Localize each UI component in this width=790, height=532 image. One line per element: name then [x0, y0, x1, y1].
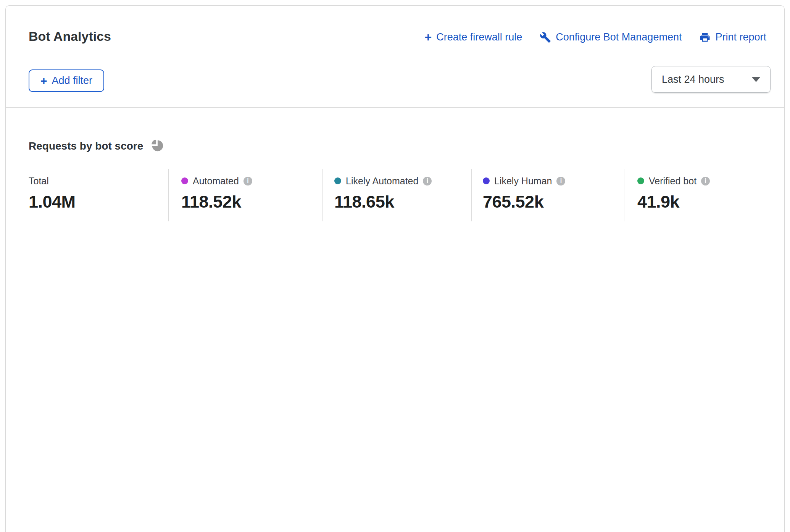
section-title-row: Requests by bot score	[29, 138, 164, 154]
header-divider	[6, 107, 784, 108]
add-filter-label: Add filter	[52, 75, 92, 87]
info-icon[interactable]: i	[243, 177, 252, 185]
stat-divider	[624, 169, 624, 221]
time-range-select[interactable]: Last 24 hours	[651, 66, 771, 93]
stat-total: Total 1.04M	[29, 175, 76, 212]
section-title: Requests by bot score	[29, 140, 143, 152]
stat-verified-bot-label: Verified bot	[649, 176, 696, 187]
print-report-link[interactable]: Print report	[699, 31, 766, 43]
stat-likely-automated-label: Likely Automated	[346, 176, 418, 187]
stat-likely-automated-value: 118.65k	[334, 192, 432, 212]
create-firewall-rule-label: Create firewall rule	[436, 31, 522, 43]
plus-icon: +	[424, 32, 432, 42]
info-icon[interactable]: i	[701, 177, 710, 185]
info-icon[interactable]: i	[556, 177, 565, 185]
likely-automated-legend-dot	[334, 177, 341, 184]
stat-divider	[471, 169, 472, 221]
stat-total-value: 1.04M	[29, 192, 76, 212]
print-report-label: Print report	[715, 31, 766, 43]
create-firewall-rule-link[interactable]: + Create firewall rule	[424, 31, 522, 43]
page-title: Bot Analytics	[29, 29, 111, 44]
stat-verified-bot: Verified bot i 41.9k	[637, 175, 710, 212]
automated-legend-dot	[181, 177, 188, 184]
stat-total-label: Total	[29, 176, 49, 187]
likely-human-legend-dot	[483, 177, 490, 184]
stat-automated: Automated i 118.52k	[181, 175, 252, 212]
wrench-icon	[540, 32, 551, 43]
stat-automated-label: Automated	[193, 176, 239, 187]
plus-icon: +	[40, 74, 47, 87]
stat-divider	[322, 169, 323, 221]
stat-likely-human-value: 765.52k	[483, 192, 565, 212]
verified-bot-legend-dot	[637, 177, 644, 184]
time-range-value: Last 24 hours	[662, 74, 724, 85]
chevron-down-icon	[752, 77, 760, 82]
configure-bot-management-label: Configure Bot Management	[556, 31, 682, 43]
pie-chart-icon	[150, 138, 164, 154]
printer-icon	[699, 32, 711, 43]
header-actions: + Create firewall rule Configure Bot Man…	[424, 31, 766, 43]
stat-automated-value: 118.52k	[181, 192, 252, 212]
stat-likely-automated: Likely Automated i 118.65k	[334, 175, 432, 212]
configure-bot-management-link[interactable]: Configure Bot Management	[540, 31, 682, 43]
stat-likely-human-label: Likely Human	[494, 176, 552, 187]
stat-divider	[168, 169, 169, 221]
bot-analytics-page: 010k20k30k40k50k60k70k80k3:00 PM7:00 PM1…	[0, 0, 790, 532]
add-filter-button[interactable]: + Add filter	[29, 69, 104, 92]
info-icon[interactable]: i	[423, 177, 432, 185]
stat-likely-human: Likely Human i 765.52k	[483, 175, 565, 212]
stat-verified-bot-value: 41.9k	[637, 192, 710, 212]
